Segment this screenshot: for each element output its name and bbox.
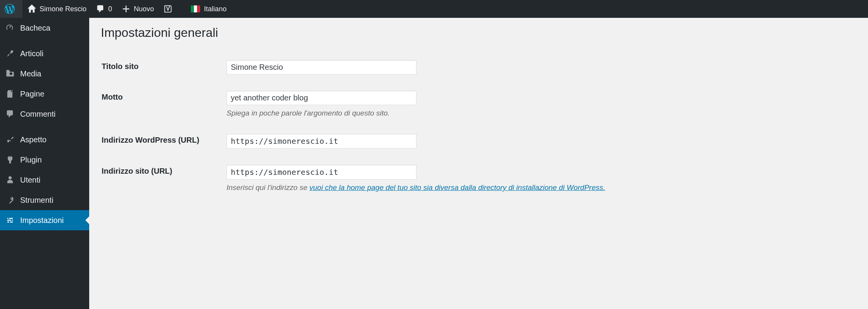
- yoast-icon: [163, 4, 173, 14]
- language-menu[interactable]: Italiano: [186, 0, 231, 18]
- wordpress-logo-icon: [5, 4, 15, 14]
- sidebar-item-label: Bacheca: [20, 24, 50, 33]
- pin-icon: [5, 48, 16, 59]
- comments-count: 0: [108, 5, 112, 13]
- language-label: Italiano: [204, 5, 227, 13]
- sidebar-item-aspetto[interactable]: Aspetto: [0, 129, 89, 150]
- plus-icon: [121, 4, 131, 14]
- admin-toolbar: Simone Rescio 0 Nuovo Italiano: [0, 0, 868, 18]
- settings-form: Titolo sito Motto Spiega in poche parole…: [101, 52, 856, 200]
- wp-logo-menu[interactable]: [0, 0, 22, 18]
- wrench-icon: [5, 195, 16, 205]
- sidebar-item-strumenti[interactable]: Strumenti: [0, 190, 89, 208]
- site-url-description: Inserisci qui l'indirizzo se vuoi che la…: [227, 183, 852, 192]
- main-content: Impostazioni generali Titolo sito Motto …: [89, 18, 868, 208]
- comment-icon: [5, 109, 16, 119]
- media-icon: [5, 68, 16, 79]
- menu-separator: [0, 124, 89, 129]
- sidebar-item-label: Articoli: [20, 49, 43, 58]
- new-label: Nuovo: [134, 5, 154, 13]
- sidebar-item-commenti[interactable]: Commenti: [0, 104, 89, 124]
- tagline-input[interactable]: [227, 91, 417, 105]
- admin-sidebar: Bacheca Articoli Media Pagine Commenti A…: [0, 18, 89, 208]
- yoast-menu[interactable]: [159, 0, 180, 18]
- sidebar-item-articoli[interactable]: Articoli: [0, 43, 89, 64]
- user-icon: [5, 174, 16, 185]
- comments-menu[interactable]: 0: [91, 0, 117, 18]
- sidebar-item-label: Plugin: [20, 155, 42, 164]
- sidebar-item-label: Aspetto: [20, 135, 47, 144]
- sidebar-item-label: Strumenti: [20, 196, 54, 205]
- field-label-site-url: Indirizzo sito (URL): [102, 157, 222, 200]
- site-title-input[interactable]: [227, 60, 417, 74]
- sidebar-item-media[interactable]: Media: [0, 64, 89, 84]
- sidebar-item-label: Utenti: [20, 176, 40, 185]
- comment-icon: [96, 4, 105, 14]
- page-icon: [5, 88, 16, 99]
- wp-url-input[interactable]: [227, 134, 417, 148]
- field-label-tagline: Motto: [102, 83, 222, 125]
- sidebar-item-label: Pagine: [20, 90, 44, 98]
- home-icon: [27, 4, 36, 14]
- sidebar-item-label: Commenti: [20, 110, 55, 119]
- sidebar-item-pagine[interactable]: Pagine: [0, 84, 89, 104]
- site-url-description-prefix: Inserisci qui l'indirizzo se: [227, 183, 310, 192]
- plug-icon: [5, 154, 16, 165]
- italian-flag-icon: [191, 5, 200, 12]
- sidebar-item-bacheca[interactable]: Bacheca: [0, 18, 89, 38]
- brush-icon: [5, 134, 16, 145]
- site-url-description-link[interactable]: vuoi che la home page del tuo sito sia d…: [310, 183, 605, 192]
- sidebar-item-plugin[interactable]: Plugin: [0, 150, 89, 170]
- sidebar-item-utenti[interactable]: Utenti: [0, 170, 89, 190]
- page-title: Impostazioni generali: [101, 26, 856, 40]
- tagline-description: Spiega in poche parole l'argomento di qu…: [227, 109, 852, 117]
- new-content-menu[interactable]: Nuovo: [117, 0, 159, 18]
- site-name-menu[interactable]: Simone Rescio: [22, 0, 91, 18]
- dashboard-icon: [5, 22, 16, 33]
- site-url-input[interactable]: [227, 165, 417, 180]
- field-label-site-title: Titolo sito: [102, 52, 222, 82]
- field-label-wp-url: Indirizzo WordPress (URL): [102, 126, 222, 156]
- menu-separator: [0, 38, 89, 43]
- site-name-label: Simone Rescio: [40, 5, 86, 13]
- sidebar-item-label: Media: [20, 69, 41, 78]
